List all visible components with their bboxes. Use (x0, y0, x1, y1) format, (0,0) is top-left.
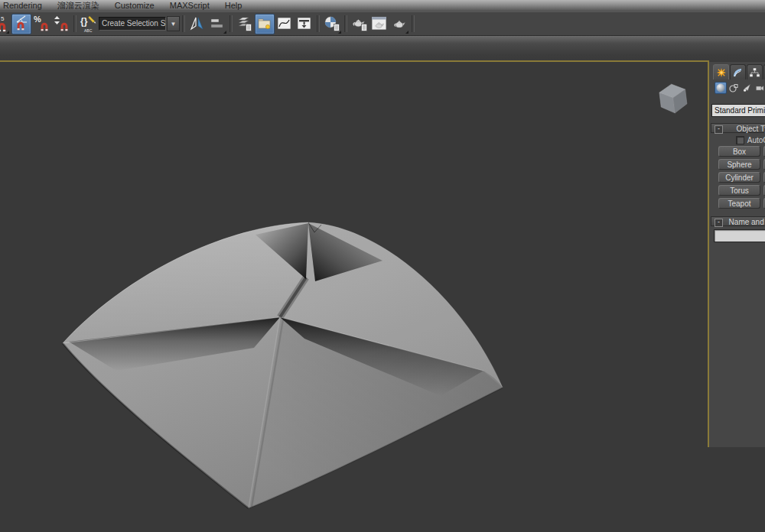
render-setup-button[interactable] (350, 14, 369, 34)
rendered-frame-window-button[interactable] (369, 14, 389, 34)
command-panel: Standard Primiti - Object Type AutoGrid … (709, 62, 765, 447)
menu-help[interactable]: Help (217, 0, 250, 11)
category-lights-button[interactable] (741, 82, 753, 94)
toolbar-separator (344, 15, 347, 32)
category-cameras-button[interactable] (754, 82, 765, 94)
folder-light-icon (257, 16, 272, 31)
layer-manager-button[interactable] (235, 14, 255, 34)
viewcube[interactable] (653, 79, 693, 118)
object-type-rollout-title: Object Type (736, 125, 765, 133)
flyout-corner (6, 31, 9, 34)
hierarchy-icon (749, 67, 760, 78)
flyout-corner (405, 31, 409, 34)
collapse-minus-box[interactable]: - (715, 125, 723, 134)
box-button[interactable]: Box (718, 146, 760, 157)
lights-icon (742, 83, 751, 92)
percent-snap-icon: % (33, 15, 50, 33)
flyout-corner (223, 31, 226, 34)
tab-create[interactable] (713, 64, 729, 79)
material-editor-button[interactable] (322, 14, 342, 34)
command-panel-tabs (713, 64, 765, 79)
teapot-button[interactable]: Teapot (718, 198, 760, 209)
align-button[interactable] (207, 14, 227, 34)
menu-customize[interactable]: Customize (107, 0, 162, 11)
autogrid-row: AutoGrid (711, 135, 765, 144)
shapes-icon (729, 83, 738, 92)
svg-text:{}: {} (80, 16, 88, 27)
toolbar-separator (230, 15, 233, 32)
category-geometry-button[interactable] (715, 82, 727, 94)
flyout-corner (338, 31, 341, 34)
toolbar-separator (73, 15, 76, 32)
category-shapes-button[interactable] (728, 82, 740, 94)
percent-snap-button[interactable]: % (31, 14, 51, 34)
toolbar-separator (182, 15, 185, 32)
render-setup-icon (350, 15, 369, 33)
tab-hierarchy[interactable] (747, 64, 763, 79)
edit-named-selections-button[interactable]: {} ABC (79, 14, 99, 34)
toolbar-gap-strip (0, 36, 765, 61)
collapse-minus-box[interactable]: - (715, 219, 723, 227)
curve-editor-button[interactable] (275, 14, 295, 34)
autogrid-label: AutoGrid (747, 136, 765, 144)
svg-text:ABC: ABC (84, 28, 93, 33)
layers-icon (236, 15, 253, 32)
schematic-view-icon (296, 15, 313, 32)
align-icon (210, 16, 225, 31)
cylinder-button[interactable]: Cylinder (718, 172, 760, 183)
menu-maxscript[interactable]: MAXScript (162, 0, 217, 11)
geometry-sphere-icon (716, 83, 725, 92)
patch-surface-object[interactable] (63, 222, 503, 508)
spinner-snap-button[interactable] (51, 14, 71, 34)
spinner-snap-icon (53, 15, 70, 33)
main-toolbar: 5 % {} ABC Create Select (0, 11, 765, 36)
cameras-icon (755, 83, 764, 92)
angle-snap-icon (14, 15, 29, 32)
angle-snap-button[interactable] (11, 14, 31, 34)
sphere-button[interactable]: Sphere (718, 159, 760, 170)
object-type-buttons: Box Sphere Cylinder Torus Teapot (718, 146, 765, 209)
mirror-icon (189, 15, 206, 32)
object-name-field[interactable] (714, 229, 765, 242)
svg-text:5: 5 (1, 15, 5, 22)
primitives-category-dropdown[interactable]: Standard Primiti (711, 104, 765, 117)
tab-modify[interactable] (730, 64, 746, 79)
menu-cloud-render[interactable]: 溜溜云渲染 (50, 0, 107, 11)
create-category-row (715, 82, 765, 94)
perspective-viewport[interactable] (0, 62, 708, 532)
toolbar-separator (412, 15, 415, 32)
snaps-toggle-button[interactable]: 5 (0, 14, 10, 34)
object-type-rollout-header[interactable]: - Object Type (711, 123, 765, 133)
menu-bar: Rendering 溜溜云渲染 Customize MAXScript Help (0, 0, 765, 11)
rendered-frame-icon (370, 15, 389, 33)
curve-editor-icon (276, 15, 293, 32)
mirror-button[interactable] (187, 14, 207, 34)
viewport-canvas (0, 62, 708, 532)
toolbar-separator (317, 15, 320, 32)
menu-rendering[interactable]: Rendering (0, 0, 50, 11)
schematic-view-button[interactable] (295, 14, 314, 34)
scene-explorer-toggle-button[interactable] (255, 14, 275, 34)
render-production-button[interactable] (389, 14, 409, 34)
torus-button[interactable]: Torus (718, 185, 760, 196)
name-color-rollout-header[interactable]: - Name and Color (711, 216, 765, 226)
name-color-rollout-title: Name and Color (729, 218, 765, 226)
create-sun-icon (716, 67, 727, 78)
selection-set-dropdown-arrow[interactable]: ▼ (167, 16, 180, 31)
viewport-active-border-top (0, 60, 709, 62)
svg-text:%: % (34, 15, 41, 24)
named-selection-sets-icon: {} ABC (80, 14, 98, 34)
modify-bend-icon (733, 67, 744, 78)
autogrid-checkbox[interactable] (736, 136, 744, 144)
selection-set-dropdown[interactable]: Create Selection Se (99, 17, 166, 31)
